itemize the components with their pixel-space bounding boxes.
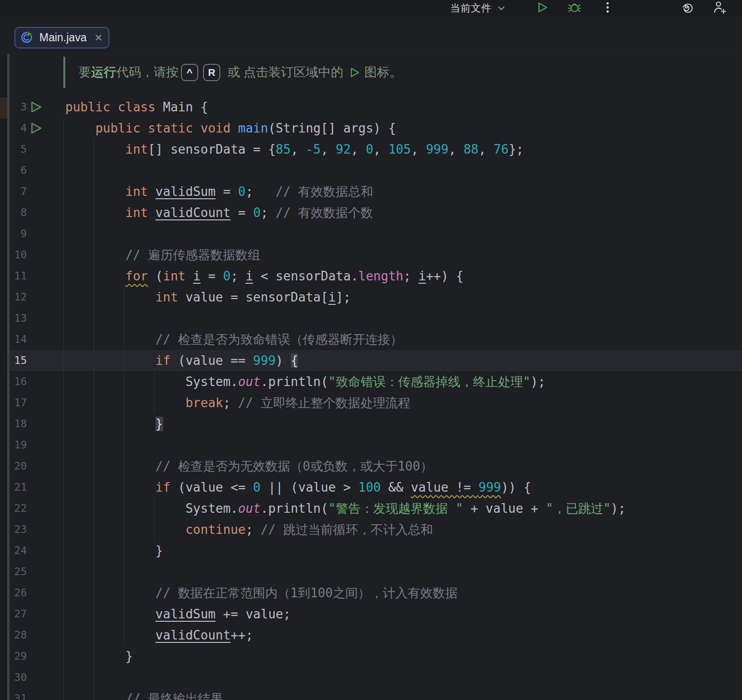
gutter[interactable]: 25 <box>0 561 65 582</box>
code-token: , <box>373 142 388 157</box>
gutter[interactable]: 15 <box>0 350 65 371</box>
code-token <box>65 417 156 431</box>
gutter[interactable]: 10 <box>0 244 65 266</box>
code-token: 0 <box>253 480 261 495</box>
gutter[interactable]: 13 <box>0 308 65 329</box>
code-text: } <box>65 540 163 561</box>
gutter[interactable]: 23 <box>0 519 65 540</box>
chevron-down-icon <box>498 4 505 12</box>
code-line[interactable]: 19 <box>0 434 742 456</box>
code-line[interactable]: 24 } <box>0 540 742 561</box>
code-token: } <box>156 417 163 431</box>
code-line[interactable]: 14 // 检查是否为致命错误（传感器断开连接） <box>0 329 742 350</box>
debug-button[interactable] <box>568 1 581 15</box>
code-line[interactable]: 29 } <box>0 646 742 667</box>
gutter[interactable]: 12 <box>0 287 65 308</box>
ai-assistant-spiral-icon <box>680 0 694 16</box>
gutter[interactable]: 14 <box>0 329 65 350</box>
run-gutter-icon[interactable] <box>30 101 42 113</box>
code-token: i <box>193 269 201 283</box>
code-line[interactable]: 23 continue; // 跳过当前循环，不计入总和 <box>0 519 742 540</box>
gutter[interactable]: 11 <box>0 266 65 287</box>
code-line[interactable]: 26 // 数据在正常范围内（1到100之间），计入有效数据 <box>0 582 742 603</box>
code-line[interactable]: 8 int validCount = 0; // 有效数据个数 <box>0 202 742 223</box>
code-token: && <box>381 480 411 495</box>
code-token: (value <= <box>170 480 253 495</box>
code-line[interactable]: 25 <box>0 561 742 582</box>
code-token: , <box>479 142 493 157</box>
code-line[interactable]: 6 <box>0 160 742 181</box>
gutter[interactable]: 22 <box>0 498 65 519</box>
gutter[interactable]: 7 <box>0 181 65 202</box>
code-line[interactable]: 12 int value = sensorData[i]; <box>0 287 742 308</box>
code-token: 105 <box>388 142 411 157</box>
tab-main-java[interactable]: Main.java ✕ <box>14 27 109 48</box>
code-line[interactable]: 4 public static void main(String[] args)… <box>0 118 742 139</box>
code-line[interactable]: 3public class Main { <box>0 97 742 118</box>
code-line[interactable]: 16 System.out.println("致命错误：传感器掉线，终止处理")… <box>0 371 742 392</box>
code-line[interactable]: 5 int[] sensorData = {85, -5, 92, 0, 105… <box>0 139 742 160</box>
run-button[interactable] <box>536 1 549 15</box>
code-with-me-button[interactable] <box>713 1 726 15</box>
code-line[interactable]: 17 break; // 立即终止整个数据处理流程 <box>0 392 742 413</box>
code-line[interactable]: 10 // 遍历传感器数据数组 <box>0 244 742 266</box>
gutter[interactable]: 9 <box>0 223 65 244</box>
code-line[interactable]: 22 System.out.println("警告：发现越界数据 " + val… <box>0 498 742 519</box>
gutter[interactable]: 28 <box>0 625 65 646</box>
more-options-button[interactable] <box>601 1 614 15</box>
code-token <box>65 248 125 262</box>
ai-assistant-button[interactable] <box>680 1 694 15</box>
gutter[interactable]: 19 <box>0 434 65 456</box>
code-line[interactable]: 21 if (value <= 0 || (value > 100 && val… <box>0 477 742 498</box>
code-token <box>65 205 125 220</box>
code-token: += value; <box>215 607 291 621</box>
code-token: // 遍历传感器数据数组 <box>125 248 260 262</box>
gutter[interactable]: 20 <box>0 456 65 477</box>
run-configuration-selector[interactable]: 当前文件 <box>450 0 505 16</box>
gutter[interactable]: 26 <box>0 582 65 603</box>
code-line[interactable]: 9 <box>0 223 742 244</box>
code-line[interactable]: 20 // 检查是否为无效数据（0或负数，或大于100） <box>0 456 742 477</box>
panel-splitter[interactable] <box>7 54 10 700</box>
code-line[interactable]: 13 <box>0 308 742 329</box>
gutter[interactable]: 21 <box>0 477 65 498</box>
gutter[interactable]: 30 <box>0 667 65 688</box>
code-line[interactable]: 31 // 最终输出结果 <box>0 688 742 700</box>
gutter[interactable]: 4 <box>0 118 65 139</box>
code-line[interactable]: 18 } <box>0 413 742 434</box>
code-text: int[] sensorData = {85, -5, 92, 0, 105, … <box>65 139 524 160</box>
code-token <box>65 396 185 410</box>
gutter[interactable]: 24 <box>0 540 65 561</box>
code-line[interactable]: 27 validSum += value; <box>0 603 742 625</box>
gutter[interactable]: 8 <box>0 202 65 223</box>
tab-close-icon[interactable]: ✕ <box>94 33 103 43</box>
gutter[interactable]: 16 <box>0 371 65 392</box>
gutter[interactable]: 17 <box>0 392 65 413</box>
gutter[interactable]: 29 <box>0 646 65 667</box>
code-line[interactable]: 28 validCount++; <box>0 625 742 646</box>
gutter[interactable]: 6 <box>0 160 65 181</box>
code-token <box>65 142 125 157</box>
code-token: ; <box>230 269 245 283</box>
code-line[interactable]: 15 if (value == 999) { <box>0 350 742 371</box>
code-line[interactable]: 11 for (int i = 0; i < sensorData.length… <box>0 266 742 287</box>
code-text: System.out.println("致命错误：传感器掉线，终止处理"); <box>65 371 546 392</box>
gutter[interactable]: 31 <box>0 688 65 700</box>
gutter[interactable]: 3 <box>0 97 65 118</box>
code-text: int validSum = 0; // 有效数据总和 <box>65 181 373 202</box>
code-token: } <box>125 649 133 664</box>
code-token: System. <box>185 374 238 389</box>
code-token: , <box>291 142 306 157</box>
code-token <box>65 649 125 664</box>
code-token: ]; <box>336 290 351 304</box>
code-text: } <box>65 413 163 434</box>
run-gutter-icon[interactable] <box>30 122 42 134</box>
gutter[interactable]: 5 <box>0 139 65 160</box>
gutter[interactable]: 18 <box>0 413 65 434</box>
code-line[interactable]: 7 int validSum = 0; // 有效数据总和 <box>0 181 742 202</box>
code-text: // 检查是否为致命错误（传感器断开连接） <box>65 329 403 350</box>
gutter[interactable]: 27 <box>0 603 65 625</box>
code-token: , <box>411 142 426 157</box>
code-token: // 立即终止整个数据处理流程 <box>238 396 410 410</box>
code-line[interactable]: 30 <box>0 667 742 688</box>
